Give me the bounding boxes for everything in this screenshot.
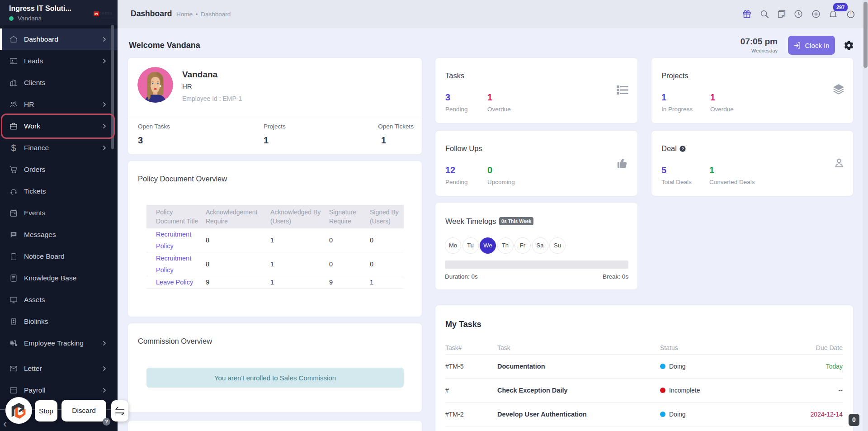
svg-text:?: ? [681,147,684,151]
